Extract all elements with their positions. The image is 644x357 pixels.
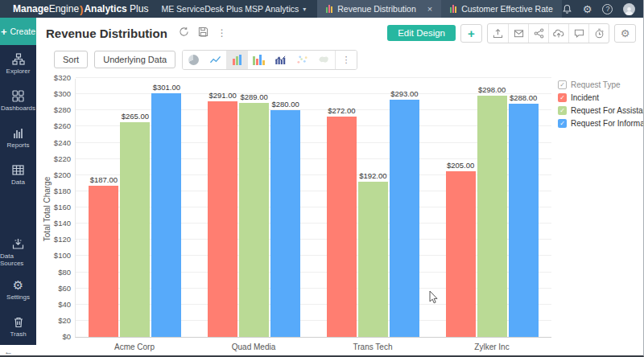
export-icon[interactable] [488,24,508,43]
y-tick-label: $0 [40,332,71,341]
gear-icon[interactable]: ⚙ [583,4,592,14]
alert-timer-icon[interactable] [588,24,609,43]
help-icon[interactable]: ? [602,4,613,14]
comment-icon[interactable] [568,24,588,43]
kebab-menu-icon[interactable]: ⋮ [217,27,227,39]
sidebar-item-explorer[interactable]: Explorer [0,45,36,82]
checkbox-checked-icon[interactable]: ✓ [558,119,567,128]
tab-customer-effective-rate[interactable]: Customer Effective Rate [441,0,562,18]
checkbox-checked-icon[interactable]: ✓ [558,80,567,89]
sidebar-item-label: Dashboards [1,105,35,112]
publish-cloud-icon[interactable] [548,24,568,43]
bell-icon[interactable] [562,4,572,14]
topbar-actions: ⚙ ? [562,0,644,18]
create-button[interactable]: + Create [0,18,36,45]
reports-icon [12,127,24,139]
topbar: ManageEngine)Analytics Plus ME ServiceDe… [0,0,644,18]
y-tick-label: $260 [40,121,71,130]
main-content: Revenue Distribution ⋮ Edit Design + [36,18,644,357]
bar-value-label: $289.00 [240,92,267,101]
y-tick-label: $200 [40,170,71,179]
sidebar-item-trash[interactable]: Trash [0,308,36,345]
bar-incident[interactable]: $187.00 [89,186,118,337]
underlying-data-button[interactable]: Underlying Data [94,51,175,68]
map-chart-icon[interactable] [313,51,335,69]
sidebar-spacer [0,193,36,234]
bar-incident[interactable]: $205.00 [446,171,476,337]
y-tick-label: $40 [40,300,71,309]
chart-type-switcher: ⋮ [182,50,357,70]
bar-value-label: $293.00 [390,89,418,98]
bar-incident[interactable]: $272.00 [327,117,357,337]
bar-request-for-information[interactable]: $288.00 [509,104,539,337]
settings-button[interactable]: ⚙ [614,24,636,43]
bar-request-for-assistance[interactable]: $192.00 [358,182,388,337]
line-chart-icon[interactable] [204,51,226,69]
bar-request-for-assistance[interactable]: $298.00 [477,96,507,337]
sidebar-collapse-button[interactable]: ← [0,345,36,357]
bar-value-label: $205.00 [447,161,474,170]
bar-value-label: $187.00 [90,175,118,184]
sidebar-item-label: Reports [6,142,29,149]
page-title: Revenue Distribution [46,27,167,40]
share-icon[interactable] [528,24,548,43]
pie-chart-icon[interactable] [183,51,204,69]
bar-value-label: $265.00 [122,112,149,121]
workspace-selector[interactable]: ME ServiceDesk Plus MSP Analytics ▾ [161,0,306,18]
bar-request-for-assistance[interactable]: $265.00 [120,122,150,337]
x-axis-labels: Acme CorpQuad MediaTrans TechZylker Inc [75,343,551,351]
grouped-bar-chart-icon[interactable] [248,51,270,69]
legend-title: Request Type [571,80,621,89]
bar-chart-icon[interactable] [226,51,248,69]
bar-line-combo-icon[interactable] [270,51,291,69]
y-tick-label: $120 [40,235,71,244]
refresh-icon[interactable] [179,26,189,40]
sidebar-item-data-sources[interactable]: Data Sources [0,234,36,271]
y-tick-label: $320 [40,73,71,82]
trash-icon [13,316,24,328]
bar-request-for-information[interactable]: $301.00 [151,93,181,337]
sidebar-item-data[interactable]: Data [0,156,36,193]
sidebar-item-dashboards[interactable]: Dashboards [0,82,36,119]
sidebar-item-label: Trash [10,330,26,338]
gear-icon: ⚙ [621,28,630,39]
legend-label: Incident [571,93,599,102]
sort-button[interactable]: Sort [54,51,88,68]
tab-revenue-distribution[interactable]: Revenue Distribution × [317,0,441,18]
close-icon[interactable]: × [427,4,432,14]
bar-value-label: $272.00 [328,106,355,115]
add-button[interactable]: + [460,24,482,43]
sidebar-item-reports[interactable]: Reports [0,119,36,156]
bar-value-label: $298.00 [478,85,506,94]
bar-request-for-information[interactable]: $280.00 [270,110,300,337]
dashboards-icon [12,90,24,102]
app-window: ManageEngine)Analytics Plus ME ServiceDe… [0,0,644,357]
chevron-down-icon: ▾ [303,6,306,13]
bar-incident[interactable]: $291.00 [208,101,237,337]
y-tick-label: $80 [40,268,71,277]
legend-label: Request For Assistance [571,106,644,115]
y-tick-label: $220 [40,154,71,163]
legend-header[interactable]: ✓ Request Type [558,80,643,89]
more-chart-types-icon[interactable]: ⋮ [335,51,357,69]
legend-item-incident[interactable]: ✓Incident [558,93,643,102]
sidebar-item-settings[interactable]: ⚙ Settings [0,271,36,308]
manageengine-logo: ManageEngine)Analytics Plus [0,0,148,18]
legend-item-request-for-assistance[interactable]: ✓Request For Assistance [558,106,643,115]
checkbox-checked-icon[interactable]: ✓ [558,106,567,115]
email-icon[interactable] [508,24,528,43]
bar-request-for-assistance[interactable]: $289.00 [239,103,269,337]
scatter-chart-icon[interactable] [291,51,313,69]
checkbox-checked-icon[interactable]: ✓ [558,93,567,102]
tab-label: Revenue Distribution [337,4,415,14]
user-avatar[interactable] [623,3,635,15]
y-tick-label: $20 [40,316,71,325]
legend-item-request-for-information[interactable]: ✓Request For Information [558,119,643,128]
edit-design-button[interactable]: Edit Design [387,25,456,41]
chart-header: Revenue Distribution ⋮ Edit Design + [36,18,644,48]
save-icon[interactable] [198,26,208,40]
report-action-group [487,23,609,43]
logo-text: Engine [49,3,79,14]
bar-request-for-information[interactable]: $293.00 [390,100,419,337]
x-category-label: Quad Media [205,343,302,351]
